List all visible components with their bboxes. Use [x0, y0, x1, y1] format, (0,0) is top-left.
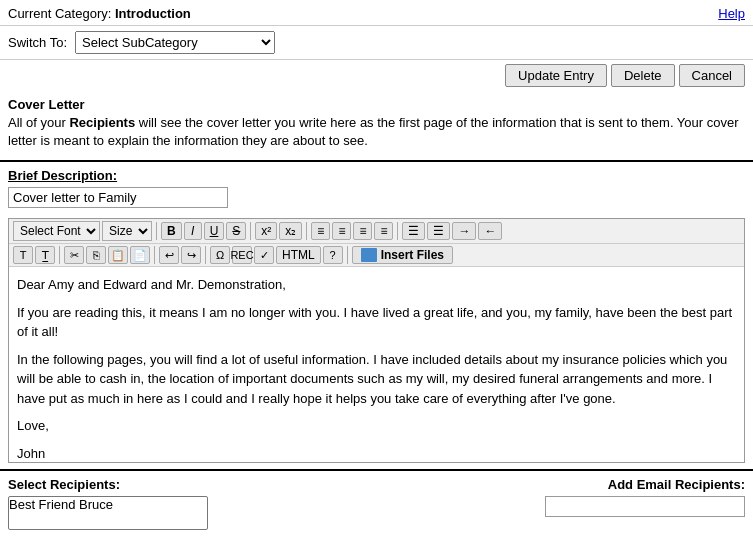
separator1 — [156, 222, 157, 240]
copy-icon[interactable]: ⎘ — [86, 246, 106, 264]
brief-description-label: Brief Description: — [8, 168, 745, 183]
special-chars-icon[interactable]: Ω — [210, 246, 230, 264]
cover-letter-section: Cover Letter All of your Recipients will… — [0, 91, 753, 154]
indent-button[interactable]: → — [452, 222, 476, 240]
record-icon[interactable]: REC — [232, 246, 252, 264]
undo-icon[interactable]: ↩ — [159, 246, 179, 264]
current-category: Current Category: Introduction — [8, 6, 191, 21]
editor-paragraph-5: John — [17, 444, 736, 463]
help-icon[interactable]: ? — [323, 246, 343, 264]
recipient-select[interactable]: Best Friend Bruce — [8, 496, 208, 529]
ordered-list-button[interactable]: ☰ — [427, 222, 450, 240]
text-format-icon[interactable]: T — [13, 246, 33, 264]
brief-description-section: Brief Description: — [0, 160, 753, 212]
action-buttons-row: Update Entry Delete Cancel — [0, 59, 753, 91]
subcategory-select[interactable]: Select SubCategory — [75, 31, 275, 54]
paste-icon[interactable]: 📋 — [108, 246, 128, 264]
bold-button[interactable]: B — [161, 222, 182, 240]
select-recipients-label: Select Recipients: — [8, 477, 208, 492]
editor-container: Select Font Size B I U S x² x₂ ≡ ≡ ≡ ≡ ☰… — [8, 218, 745, 463]
paste-text-icon[interactable]: 📄 — [130, 246, 150, 264]
font-select[interactable]: Select Font — [13, 221, 100, 241]
underline-button[interactable]: U — [204, 222, 225, 240]
italic-button[interactable]: I — [184, 222, 202, 240]
editor-paragraph-1: Dear Amy and Edward and Mr. Demonstratio… — [17, 275, 736, 295]
align-right-button[interactable]: ≡ — [353, 222, 372, 240]
current-category-value: Introduction — [115, 6, 191, 21]
superscript-button[interactable]: x² — [255, 222, 277, 240]
update-entry-button[interactable]: Update Entry — [505, 64, 607, 87]
add-email-input[interactable] — [545, 496, 745, 517]
outdent-button[interactable]: ← — [478, 222, 502, 240]
add-email-label: Add Email Recipients: — [545, 477, 745, 492]
separator7 — [205, 246, 206, 264]
recipient-option: Best Friend Bruce — [9, 497, 207, 513]
text-sub-icon[interactable]: T̲ — [35, 246, 55, 264]
toolbar-row2: T T̲ ✂ ⎘ 📋 📄 ↩ ↪ Ω REC ✓ HTML ? Insert F… — [9, 244, 744, 267]
insert-files-button[interactable]: Insert Files — [352, 246, 453, 264]
cut-icon[interactable]: ✂ — [64, 246, 84, 264]
editor-paragraph-2: If you are reading this, it means I am n… — [17, 303, 736, 342]
redo-icon[interactable]: ↪ — [181, 246, 201, 264]
select-recipients-col: Select Recipients: Best Friend Bruce — [8, 477, 208, 529]
align-center-button[interactable]: ≡ — [332, 222, 351, 240]
brief-description-input[interactable] — [8, 187, 228, 208]
separator5 — [59, 246, 60, 264]
desc-bold: Recipients — [69, 115, 135, 130]
editor-wrapper: Dear Amy and Edward and Mr. Demonstratio… — [9, 267, 744, 462]
separator4 — [397, 222, 398, 240]
separator2 — [250, 222, 251, 240]
current-category-label: Current Category: — [8, 6, 111, 21]
editor-paragraph-4: Love, — [17, 416, 736, 436]
editor-paragraph-3: In the following pages, you will find a … — [17, 350, 736, 409]
desc-text-before: All of your — [8, 115, 69, 130]
separator6 — [154, 246, 155, 264]
insert-files-icon — [361, 248, 377, 262]
spell-check-icon[interactable]: ✓ — [254, 246, 274, 264]
delete-button[interactable]: Delete — [611, 64, 675, 87]
toolbar-row1: Select Font Size B I U S x² x₂ ≡ ≡ ≡ ≡ ☰… — [9, 219, 744, 244]
unordered-list-button[interactable]: ☰ — [402, 222, 425, 240]
cover-letter-description: All of your Recipients will see the cove… — [8, 114, 745, 150]
subscript-button[interactable]: x₂ — [279, 222, 302, 240]
switch-to-label: Switch To: — [8, 35, 67, 50]
top-bar: Current Category: Introduction Help — [0, 0, 753, 26]
insert-files-label: Insert Files — [381, 248, 444, 262]
html-button[interactable]: HTML — [276, 246, 321, 264]
align-left-button[interactable]: ≡ — [311, 222, 330, 240]
align-justify-button[interactable]: ≡ — [374, 222, 393, 240]
strikethrough-button[interactable]: S — [226, 222, 246, 240]
help-link[interactable]: Help — [718, 6, 745, 21]
cover-letter-title: Cover Letter — [8, 97, 745, 112]
size-select[interactable]: Size — [102, 221, 152, 241]
cancel-button[interactable]: Cancel — [679, 64, 745, 87]
editor-text-area[interactable]: Dear Amy and Edward and Mr. Demonstratio… — [9, 267, 744, 462]
switch-to-row: Switch To: Select SubCategory — [0, 26, 753, 59]
bottom-section: Select Recipients: Best Friend Bruce Add… — [0, 469, 753, 529]
add-email-col: Add Email Recipients: — [545, 477, 745, 517]
separator8 — [347, 246, 348, 264]
separator3 — [306, 222, 307, 240]
